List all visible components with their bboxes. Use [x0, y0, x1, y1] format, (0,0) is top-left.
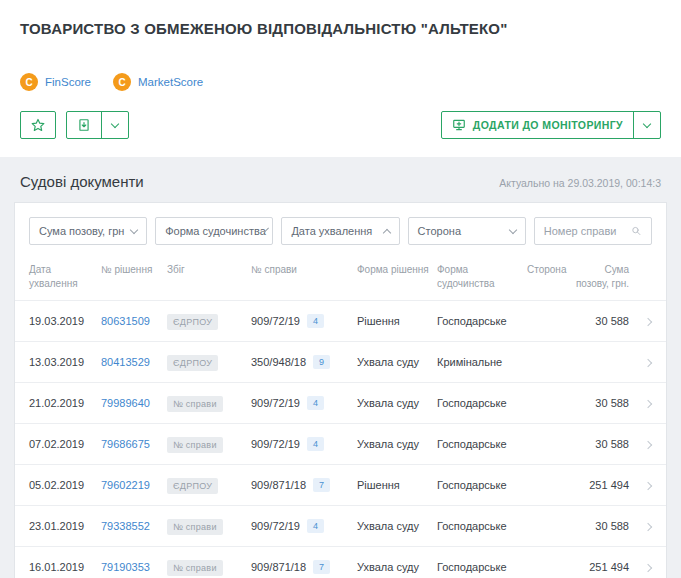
cell-amount: 30 588 — [569, 520, 629, 532]
decision-link[interactable]: 79602219 — [101, 479, 150, 491]
marketscore-label: MarketScore — [138, 76, 203, 88]
export-dropdown-button[interactable] — [101, 112, 128, 138]
cell-decision-form: Ухвала суду — [357, 397, 437, 409]
cell-date: 07.02.2019 — [29, 438, 101, 450]
case-count-badge: 4 — [307, 314, 324, 328]
filter-sum-dropdown[interactable]: Сума позову, грн — [29, 217, 147, 245]
match-badge: № справи — [167, 519, 223, 535]
add-to-monitoring-label: ДОДАТИ ДО МОНІТОРИНГУ — [473, 119, 623, 131]
marketscore-link[interactable]: C MarketScore — [113, 73, 203, 91]
case-count-badge: 4 — [307, 437, 324, 451]
row-chevron-icon[interactable] — [644, 318, 652, 326]
row-chevron-icon[interactable] — [644, 523, 652, 531]
filters-row: Сума позову, грн Форма судочинства Дата … — [15, 203, 666, 259]
case-count-badge: 4 — [307, 519, 324, 533]
table-row[interactable]: 05.02.2019 79602219 ЄДРПОУ 909/871/187 Р… — [15, 464, 666, 505]
table-row[interactable]: 07.02.2019 79686675 № справи 909/72/194 … — [15, 423, 666, 464]
favorite-button[interactable] — [20, 111, 56, 139]
cell-date: 23.01.2019 — [29, 520, 101, 532]
table-row[interactable]: 16.01.2019 79190353 № справи 909/871/187… — [15, 546, 666, 578]
row-chevron-icon[interactable] — [644, 359, 652, 367]
case-count-badge: 9 — [313, 355, 330, 369]
chevron-down-icon — [643, 119, 651, 127]
cell-amount: 30 588 — [569, 315, 629, 327]
match-badge: № справи — [167, 396, 223, 412]
case-number: 909/72/19 — [251, 438, 300, 450]
export-file-icon — [77, 118, 91, 132]
row-chevron-icon[interactable] — [644, 441, 652, 449]
case-number: 909/72/19 — [251, 315, 300, 327]
decision-link[interactable]: 79338552 — [101, 520, 150, 532]
column-header: Дата ухвалення — [29, 263, 101, 290]
row-chevron-icon[interactable] — [644, 482, 652, 490]
decision-link[interactable]: 79190353 — [101, 561, 150, 573]
case-number: 909/72/19 — [251, 520, 300, 532]
monitor-plus-icon — [452, 118, 466, 132]
case-number-input[interactable] — [544, 225, 632, 237]
search-icon — [631, 225, 642, 237]
match-badge: № справи — [167, 560, 223, 576]
filter-proceeding-form-label: Форма судочинства — [165, 225, 266, 237]
monitoring-dropdown-button[interactable] — [633, 112, 660, 138]
cell-decision-form: Рішення — [357, 315, 437, 327]
cell-date: 16.01.2019 — [29, 561, 101, 573]
chevron-up-icon — [382, 228, 390, 236]
decision-link[interactable]: 79686675 — [101, 438, 150, 450]
export-button[interactable] — [67, 112, 101, 138]
cell-proceeding-form: Господарське — [437, 438, 527, 450]
cell-decision-form: Ухвала суду — [357, 520, 437, 532]
table-row[interactable]: 23.01.2019 79338552 № справи 909/72/194 … — [15, 505, 666, 546]
cell-decision-form: Ухвала суду — [357, 356, 437, 368]
cell-decision-form: Рішення — [357, 479, 437, 491]
match-badge: ЄДРПОУ — [167, 355, 218, 371]
cell-amount: 30 588 — [569, 397, 629, 409]
star-icon — [31, 118, 45, 132]
case-count-badge: 7 — [313, 560, 330, 574]
row-chevron-icon[interactable] — [644, 400, 652, 408]
decision-link[interactable]: 80631509 — [101, 315, 150, 327]
table-row[interactable]: 19.03.2019 80631509 ЄДРПОУ 909/72/194 Рі… — [15, 300, 666, 341]
monitoring-split-button: ДОДАТИ ДО МОНІТОРИНГУ — [441, 111, 661, 139]
filter-sum-label: Сума позову, грн — [39, 225, 124, 237]
row-chevron-icon[interactable] — [644, 564, 652, 572]
export-split-button — [66, 111, 129, 139]
add-to-monitoring-button[interactable]: ДОДАТИ ДО МОНІТОРИНГУ — [442, 112, 633, 138]
cell-proceeding-form: Господарське — [437, 561, 527, 573]
cell-proceeding-form: Господарське — [437, 479, 527, 491]
cell-date: 21.02.2019 — [29, 397, 101, 409]
cell-proceeding-form: Господарське — [437, 520, 527, 532]
chevron-down-icon — [111, 119, 119, 127]
filter-date-dropdown[interactable]: Дата ухвалення — [281, 217, 399, 245]
table-header-row: Дата ухвалення № рішення Збіг № справи Ф… — [15, 259, 666, 300]
updated-timestamp: Актуально на 29.03.2019, 00:14:3 — [499, 177, 661, 189]
cell-proceeding-form: Господарське — [437, 315, 527, 327]
table-row[interactable]: 21.02.2019 79989640 № справи 909/72/194 … — [15, 382, 666, 423]
decision-link[interactable]: 79989640 — [101, 397, 150, 409]
table-row[interactable]: 13.03.2019 80413529 ЄДРПОУ 350/948/189 У… — [15, 341, 666, 382]
match-badge: ЄДРПОУ — [167, 314, 218, 330]
case-number: 350/948/18 — [251, 356, 306, 368]
case-count-badge: 7 — [313, 478, 330, 492]
finscore-grade-icon: C — [20, 73, 38, 91]
filter-party-dropdown[interactable]: Сторона — [408, 217, 526, 245]
column-header: № справи — [251, 263, 357, 277]
filter-date-label: Дата ухвалення — [291, 225, 372, 237]
chevron-down-icon — [130, 225, 138, 233]
section-header: Судові документи Актуально на 29.03.2019… — [14, 157, 667, 202]
column-header: Збіг — [167, 263, 251, 277]
case-number: 909/871/18 — [251, 561, 306, 573]
case-number: 909/871/18 — [251, 479, 306, 491]
case-number: 909/72/19 — [251, 397, 300, 409]
match-badge: № справи — [167, 437, 223, 453]
actions-row: ДОДАТИ ДО МОНІТОРИНГУ — [20, 111, 661, 139]
scores-row: C FinScore C MarketScore — [20, 73, 661, 91]
filter-proceeding-form-dropdown[interactable]: Форма судочинства — [155, 217, 273, 245]
decision-link[interactable]: 80413529 — [101, 356, 150, 368]
page-header: ТОВАРИСТВО З ОБМЕЖЕНОЮ ВІДПОВІДАЛЬНІСТЮ … — [0, 0, 681, 157]
case-number-search — [534, 217, 652, 245]
case-count-badge: 4 — [307, 396, 324, 410]
marketscore-grade-icon: C — [113, 73, 131, 91]
cell-date: 05.02.2019 — [29, 479, 101, 491]
finscore-link[interactable]: C FinScore — [20, 73, 91, 91]
column-header: № рішення — [101, 263, 167, 277]
